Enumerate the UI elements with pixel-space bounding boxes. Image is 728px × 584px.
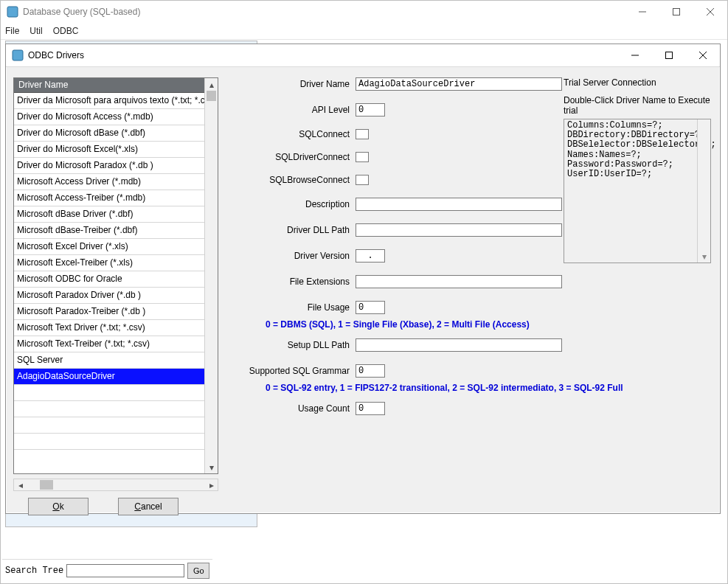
- driver-row[interactable]: SQL Server: [14, 352, 205, 369]
- trial-output[interactable]: Columns:Columns=?; DBDirectory:DBDirecto…: [564, 119, 711, 263]
- driver-row[interactable]: Driver do Microsoft Access (*.mdb): [14, 109, 205, 125]
- driver-row[interactable]: Driver do Microsoft Paradox (*.db ): [14, 158, 205, 174]
- label-sql-browse-connect: SQLBrowseConnect: [227, 175, 356, 185]
- label-usage-count: Usage Count: [227, 403, 356, 414]
- menu-file[interactable]: File: [5, 26, 19, 36]
- driver-row[interactable]: Microsoft Text-Treiber (*.txt; *.csv): [14, 336, 205, 352]
- svg-rect-0: [7, 7, 18, 17]
- maximize-button[interactable]: [659, 1, 693, 23]
- sql-connect-checkbox[interactable]: [356, 129, 369, 139]
- label-supported-sql-grammar: Supported SQL Grammar: [227, 366, 356, 376]
- trial-vscroll[interactable]: ▾: [697, 119, 710, 263]
- odbc-drivers-dialog: ODBC Drivers Driver Name Driver da Micro…: [5, 44, 721, 514]
- trial-heading: Trial Server Connection: [564, 77, 711, 88]
- supported-sql-grammar-field[interactable]: [356, 364, 385, 378]
- api-level-field[interactable]: [356, 103, 385, 117]
- driver-list-header[interactable]: Driver Name: [14, 78, 218, 93]
- driver-row[interactable]: Microsoft Paradox-Treiber (*.db ): [14, 304, 205, 320]
- usage-count-field[interactable]: [356, 402, 385, 415]
- scroll-right-icon[interactable]: ▸: [205, 479, 218, 490]
- driver-row[interactable]: [14, 385, 205, 401]
- trial-scroll-down-icon[interactable]: ▾: [698, 250, 710, 263]
- cancel-button[interactable]: Cancel: [118, 498, 178, 515]
- minimize-button[interactable]: [625, 1, 659, 23]
- label-file-usage: File Usage: [227, 302, 356, 313]
- sql-driver-connect-checkbox[interactable]: [356, 152, 369, 162]
- label-description: Description: [227, 199, 356, 209]
- trial-subheading: Double-Click Driver Name to Execute tria…: [564, 95, 711, 116]
- driver-row[interactable]: AdagioDataSourceDriver: [14, 369, 205, 385]
- main-window-controls: [625, 1, 727, 23]
- driver-row[interactable]: Microsoft dBase Driver (*.dbf): [14, 206, 205, 223]
- driver-list[interactable]: Driver Name Driver da Microsoft para arq…: [13, 77, 218, 474]
- description-field[interactable]: [356, 198, 562, 211]
- main-title: Database Query (SQL-based): [23, 7, 625, 17]
- file-usage-field[interactable]: [356, 301, 385, 314]
- label-driver-name: Driver Name: [227, 79, 356, 89]
- driver-version-field[interactable]: [356, 249, 385, 263]
- label-sql-driver-connect: SQLDriverConnect: [227, 152, 356, 162]
- dialog-maximize-button[interactable]: [652, 44, 686, 66]
- dialog-window-controls: [618, 44, 720, 66]
- driver-row[interactable]: Microsoft Paradox Driver (*.db ): [14, 288, 205, 304]
- search-bar: Search Tree Go: [2, 559, 212, 582]
- driver-dll-path-field[interactable]: [356, 223, 562, 237]
- dialog-titlebar: ODBC Drivers: [6, 44, 720, 67]
- driver-row[interactable]: [14, 434, 205, 450]
- go-button[interactable]: Go: [187, 563, 209, 579]
- label-sql-connect: SQLConnect: [227, 129, 356, 139]
- menubar: File Util ODBC: [1, 23, 727, 40]
- driver-row[interactable]: Microsoft dBase-Treiber (*.dbf): [14, 223, 205, 239]
- label-driver-dll-path: Driver DLL Path: [227, 225, 356, 235]
- driver-row[interactable]: Microsoft Excel Driver (*.xls): [14, 239, 205, 255]
- label-api-level: API Level: [227, 105, 356, 115]
- dialog-title: ODBC Drivers: [28, 50, 618, 60]
- ok-button[interactable]: Ok: [28, 498, 89, 515]
- search-input[interactable]: [66, 564, 184, 577]
- trial-panel: Trial Server Connection Double-Click Dri…: [564, 77, 711, 263]
- driver-row[interactable]: [14, 450, 205, 461]
- driver-row[interactable]: Microsoft Access-Treiber (*.mdb): [14, 190, 205, 206]
- driver-row[interactable]: Driver do Microsoft Excel(*.xls): [14, 142, 205, 158]
- dialog-minimize-button[interactable]: [618, 44, 652, 66]
- driver-row[interactable]: [14, 417, 205, 434]
- dialog-icon: [12, 49, 24, 61]
- driver-row[interactable]: [14, 401, 205, 417]
- label-driver-version: Driver Version: [227, 251, 356, 261]
- svg-rect-7: [666, 52, 673, 59]
- driver-list-rows: Driver da Microsoft para arquivos texto …: [14, 93, 205, 461]
- setup-dll-path-field[interactable]: [356, 338, 562, 352]
- menu-odbc[interactable]: ODBC: [53, 26, 79, 36]
- hint-sql-grammar: 0 = SQL-92 entry, 1 = FIPS127-2 transiti…: [266, 383, 711, 393]
- svg-rect-5: [13, 50, 23, 60]
- hscroll-thumb[interactable]: [40, 480, 53, 490]
- driver-name-field[interactable]: [356, 77, 562, 91]
- dialog-body: Driver Name Driver da Microsoft para arq…: [6, 67, 720, 514]
- driver-row[interactable]: Microsoft Access Driver (*.mdb): [14, 174, 205, 190]
- dialog-close-button[interactable]: [686, 44, 720, 66]
- close-button[interactable]: [693, 1, 727, 23]
- sql-browse-connect-checkbox[interactable]: [356, 175, 369, 185]
- label-setup-dll-path: Setup DLL Path: [227, 340, 356, 350]
- scroll-left-icon[interactable]: ◂: [14, 479, 27, 490]
- driver-row[interactable]: Microsoft Text Driver (*.txt; *.csv): [14, 320, 205, 336]
- hint-file-usage: 0 = DBMS (SQL), 1 = Single File (Xbase),…: [266, 319, 711, 330]
- driver-list-hscroll[interactable]: ◂ ▸: [13, 479, 218, 491]
- search-label: Search Tree: [5, 566, 63, 576]
- main-titlebar: Database Query (SQL-based): [1, 1, 727, 23]
- app-icon: [7, 6, 18, 18]
- file-extensions-field[interactable]: [356, 275, 562, 288]
- main-window: Database Query (SQL-based) File Util ODB…: [0, 0, 728, 584]
- svg-rect-2: [673, 9, 680, 15]
- scroll-up-icon[interactable]: ▴: [205, 78, 218, 91]
- driver-row[interactable]: Driver do Microsoft dBase (*.dbf): [14, 125, 205, 142]
- driver-row[interactable]: Driver da Microsoft para arquivos texto …: [14, 93, 205, 109]
- label-file-extensions: File Extensions: [227, 277, 356, 287]
- menu-util[interactable]: Util: [30, 26, 42, 36]
- scroll-down-icon[interactable]: ▾: [205, 461, 218, 473]
- driver-row[interactable]: Microsoft Excel-Treiber (*.xls): [14, 255, 205, 271]
- trial-output-text: Columns:Columns=?; DBDirectory:DBDirecto…: [567, 121, 707, 179]
- driver-row[interactable]: Microsoft ODBC for Oracle: [14, 271, 205, 288]
- scroll-thumb[interactable]: [207, 91, 216, 101]
- driver-list-vscroll[interactable]: ▴ ▾: [204, 78, 218, 473]
